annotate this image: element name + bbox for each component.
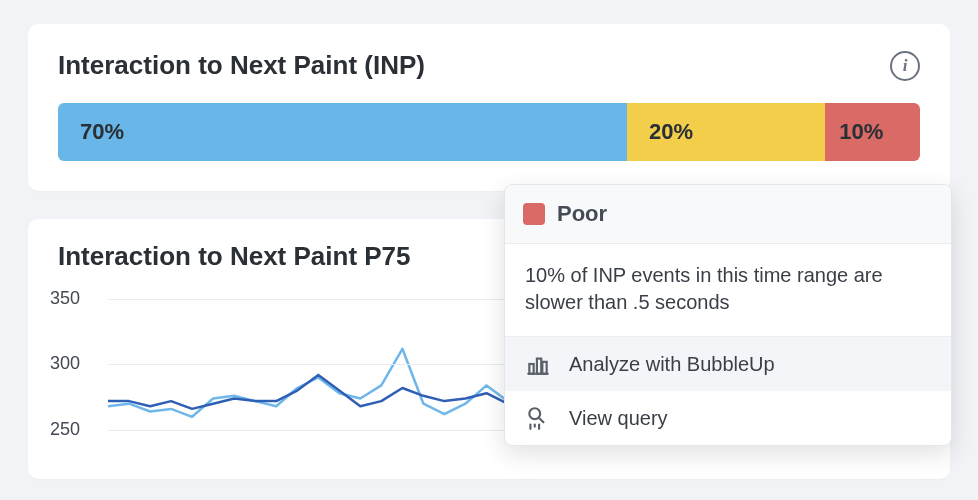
distribution-bar: 70%20%10% (58, 103, 920, 161)
segment-label: 10% (839, 119, 883, 145)
color-swatch (523, 203, 545, 225)
segment-yellow[interactable]: 20% (627, 103, 825, 161)
card-header: Interaction to Next Paint (INP) i (58, 50, 920, 81)
popover-header: Poor (505, 185, 951, 244)
segment-blue[interactable]: 70% (58, 103, 627, 161)
svg-line-6 (539, 418, 543, 422)
segment-label: 20% (649, 119, 693, 145)
svg-rect-2 (537, 359, 541, 374)
y-tick-label: 300 (50, 353, 80, 374)
segment-popover: Poor 10% of INP events in this time rang… (504, 184, 952, 446)
svg-rect-1 (529, 364, 533, 374)
inp-distribution-card: Interaction to Next Paint (INP) i 70%20%… (28, 24, 950, 191)
y-tick-label: 250 (50, 419, 80, 440)
bar-chart-icon (525, 351, 551, 377)
info-icon[interactable]: i (890, 51, 920, 81)
segment-red[interactable]: 10% (825, 103, 920, 161)
y-tick-label: 350 (50, 288, 80, 309)
query-icon (525, 405, 551, 431)
popover-body: 10% of INP events in this time range are… (505, 244, 951, 337)
action-label: View query (569, 407, 668, 430)
action-label: Analyze with BubbleUp (569, 353, 775, 376)
card-title: Interaction to Next Paint (INP) (58, 50, 425, 81)
view-query-action[interactable]: View query (505, 391, 951, 445)
analyze-bubbleup-action[interactable]: Analyze with BubbleUp (505, 337, 951, 391)
popover-title: Poor (557, 201, 607, 227)
segment-label: 70% (80, 119, 124, 145)
